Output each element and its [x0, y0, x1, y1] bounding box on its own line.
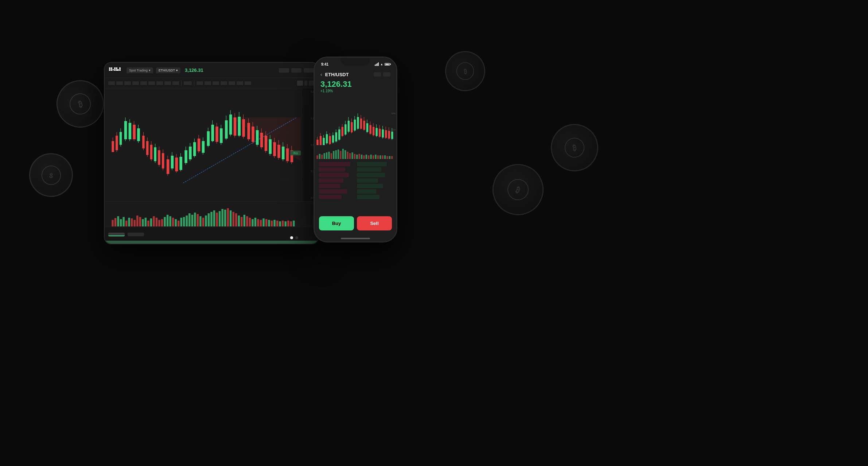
- svg-rect-124: [147, 221, 149, 226]
- svg-rect-140: [191, 215, 193, 226]
- toolbar-item-10[interactable]: [196, 81, 203, 85]
- nav-actions: [374, 72, 390, 77]
- bottom-pill-1[interactable]: [108, 233, 125, 236]
- decorative-coin-2: $: [26, 149, 76, 200]
- buy-level-button[interactable]: Buy: [291, 151, 301, 155]
- svg-rect-126: [153, 216, 155, 226]
- orderbook-sell-side: [319, 162, 354, 211]
- svg-text:$: $: [48, 171, 54, 179]
- dot-2: [295, 236, 298, 239]
- phone-notch: [341, 58, 370, 66]
- toolbar-item-4[interactable]: [132, 81, 139, 85]
- svg-rect-152: [224, 210, 226, 226]
- svg-rect-266: [391, 156, 393, 159]
- svg-rect-264: [386, 156, 388, 159]
- svg-rect-134: [175, 219, 176, 226]
- svg-rect-209: [360, 119, 362, 129]
- tablet-bottom-bar: [105, 227, 318, 241]
- battery-fill: [385, 64, 389, 65]
- svg-rect-139: [188, 213, 190, 226]
- svg-rect-121: [139, 217, 141, 226]
- svg-rect-177: [293, 221, 295, 226]
- sell-button[interactable]: Sell: [357, 216, 392, 230]
- svg-rect-17: [116, 69, 117, 71]
- toolbar-item-2[interactable]: [116, 81, 123, 85]
- toolbar-item-16[interactable]: [245, 81, 251, 85]
- toolbar-item-12[interactable]: [213, 81, 219, 85]
- svg-rect-167: [265, 219, 267, 226]
- toolbar-item-7[interactable]: [156, 81, 163, 85]
- status-icons: ▲: [375, 62, 390, 66]
- svg-rect-135: [178, 221, 179, 226]
- toolbar-item-5[interactable]: [140, 81, 147, 85]
- buy-row-5: [357, 184, 383, 188]
- buy-row-6: [357, 189, 376, 194]
- svg-rect-162: [252, 219, 253, 226]
- svg-rect-155: [233, 212, 234, 226]
- toolbar-item-ma[interactable]: [184, 81, 192, 85]
- toolbar-item-13[interactable]: [221, 81, 227, 85]
- svg-rect-166: [262, 218, 264, 226]
- toolbar-item-6[interactable]: [148, 81, 155, 85]
- svg-rect-130: [164, 217, 166, 226]
- buy-button[interactable]: Buy: [319, 216, 354, 230]
- svg-rect-127: [156, 218, 157, 226]
- chart-type-candle[interactable]: [297, 81, 303, 86]
- signal-bar-1: [375, 65, 375, 66]
- svg-rect-93: [256, 130, 259, 145]
- phone-orderbook: [315, 160, 396, 213]
- svg-text:₿: ₿: [572, 143, 577, 152]
- svg-rect-262: [382, 155, 384, 159]
- svg-rect-143: [199, 216, 201, 226]
- decorative-coin-3: ₿: [443, 49, 487, 93]
- svg-rect-163: [254, 218, 256, 226]
- svg-rect-241: [333, 151, 334, 159]
- svg-rect-240: [331, 153, 332, 159]
- chart-type-bar[interactable]: [304, 81, 307, 86]
- sell-row-4: [319, 178, 343, 183]
- svg-rect-168: [268, 220, 270, 226]
- toolbar-item-14[interactable]: [229, 81, 235, 85]
- svg-rect-158: [241, 217, 242, 226]
- toolbar-item-11[interactable]: [205, 81, 211, 85]
- svg-rect-113: [117, 216, 119, 226]
- svg-rect-247: [347, 152, 349, 159]
- toolbar-item-1[interactable]: [108, 81, 115, 85]
- svg-rect-173: [282, 221, 284, 226]
- svg-rect-117: [128, 218, 130, 226]
- pair-selector-button[interactable]: ETH/USDT ▾: [156, 67, 180, 73]
- svg-rect-73: [211, 125, 214, 141]
- svg-rect-81: [229, 114, 232, 135]
- svg-rect-21: [119, 69, 121, 71]
- svg-rect-251: [356, 155, 358, 159]
- svg-rect-150: [219, 211, 221, 226]
- svg-rect-116: [125, 221, 127, 226]
- svg-rect-242: [335, 150, 337, 159]
- svg-rect-205: [354, 120, 356, 131]
- toolbar-item-15[interactable]: [237, 81, 243, 85]
- metric-1: [279, 68, 289, 73]
- svg-rect-149: [216, 213, 218, 226]
- wifi-icon: ▲: [380, 63, 383, 66]
- phone-pair-title: ETH/USDT: [325, 72, 349, 77]
- svg-rect-151: [221, 209, 223, 226]
- dropdown-icon: ▾: [149, 69, 151, 72]
- orderbook-buy-side: [357, 162, 392, 211]
- buy-row-3: [357, 173, 385, 177]
- toolbar-item-9[interactable]: [172, 81, 179, 85]
- toolbar-item-8[interactable]: [164, 81, 171, 85]
- svg-rect-249: [351, 152, 353, 159]
- svg-rect-136: [180, 218, 182, 226]
- svg-rect-137: [183, 217, 185, 226]
- back-button[interactable]: ‹: [320, 71, 322, 77]
- svg-rect-146: [208, 213, 210, 226]
- header-metrics: [279, 68, 314, 73]
- toolbar-item-3[interactable]: [124, 81, 131, 85]
- svg-rect-111: [112, 220, 113, 226]
- spot-trading-button[interactable]: Spot Trading ▾: [126, 67, 153, 73]
- bottom-pill-2[interactable]: [128, 233, 144, 236]
- svg-rect-18: [113, 69, 114, 70]
- svg-rect-164: [257, 219, 259, 226]
- svg-rect-263: [384, 155, 386, 159]
- svg-rect-61: [184, 150, 187, 163]
